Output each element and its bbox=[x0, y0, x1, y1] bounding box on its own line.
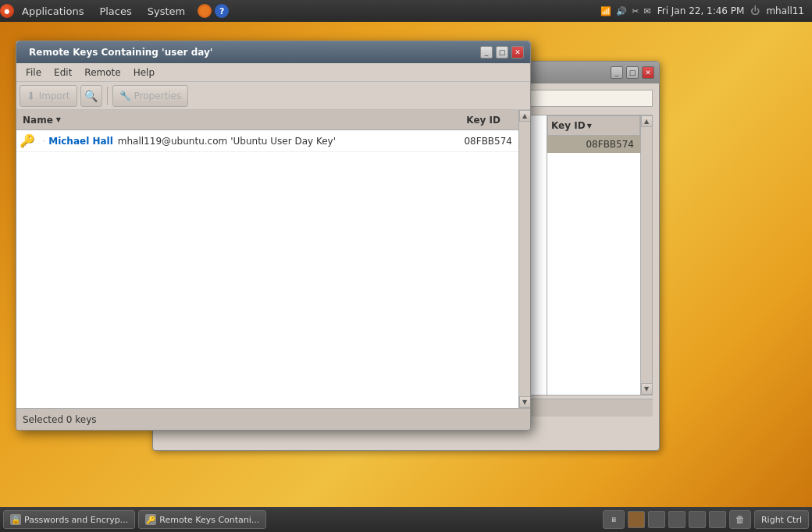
fg-table-container: Name ▼ Key ID 🔑 · Michael Hall mhall119@… bbox=[16, 110, 518, 408]
fg-win-close-button[interactable]: ✕ bbox=[511, 46, 524, 59]
fg-statusbar: Selected 0 keys bbox=[16, 408, 530, 430]
task-remotekeys-icon: 🔑 bbox=[145, 514, 156, 525]
bg-search-input[interactable] bbox=[512, 90, 653, 107]
col-name-chevron-icon: ▼ bbox=[56, 116, 61, 123]
systray-icons: 📶 🔊 ✂ ✉ bbox=[600, 6, 650, 16]
row-person-name: Michael Hall bbox=[48, 136, 113, 147]
task-passwords-label: Passwords and Encryp... bbox=[24, 515, 128, 525]
fg-menu-file[interactable]: File bbox=[20, 66, 48, 80]
table-row[interactable]: 🔑 · Michael Hall mhall119@ubuntu.com 'Ub… bbox=[16, 130, 518, 152]
applications-menu[interactable]: Applications bbox=[14, 0, 91, 22]
key-icon: 🔑 bbox=[20, 133, 35, 148]
row-comment: 'Ubuntu User Day Key' bbox=[230, 136, 336, 147]
toolbar-separator bbox=[107, 87, 108, 105]
workspace-next-button[interactable] bbox=[648, 511, 665, 528]
import-icon: ⬇ bbox=[27, 90, 36, 102]
taskbar-right-area: 📶 🔊 ✂ ✉ Fri Jan 22, 1:46 PM ⏻ mhall11 bbox=[600, 5, 812, 16]
fg-scroll-track[interactable] bbox=[519, 122, 530, 396]
bg-scroll-down-button[interactable]: ▼ bbox=[641, 383, 653, 395]
task-remotekeys-button[interactable]: 🔑 Remote Keys Contani... bbox=[138, 510, 266, 529]
taskbar-top: ● Applications Places System ? 📶 🔊 ✂ ✉ F… bbox=[0, 0, 812, 22]
workspace-btn3[interactable] bbox=[668, 511, 686, 528]
system-menu[interactable]: System bbox=[140, 0, 193, 22]
fg-scroll-up-button[interactable]: ▲ bbox=[519, 110, 531, 122]
taskbar-bottom-right: 🖥 🗑 Right Ctrl bbox=[603, 510, 809, 529]
apps-menu: ● Applications Places System ? bbox=[0, 0, 229, 22]
task-passwords-icon: 🔒 bbox=[10, 514, 21, 525]
bg-col-chevron-icon: ▼ bbox=[587, 122, 592, 129]
task-remotekeys-label: Remote Keys Contani... bbox=[159, 515, 259, 525]
bg-scroll-track[interactable] bbox=[641, 127, 652, 383]
trash-icon[interactable]: 🗑 bbox=[729, 510, 751, 529]
help-icon[interactable]: ? bbox=[215, 4, 229, 18]
fg-scroll-down-button[interactable]: ▼ bbox=[519, 396, 531, 408]
datetime-label: Fri Jan 22, 1:46 PM bbox=[657, 5, 745, 16]
fg-toolbar: ⬇ Import 🔍 🔧 Properties bbox=[16, 82, 530, 110]
fg-scrollbar[interactable]: ▲ ▼ bbox=[518, 110, 530, 408]
fg-window-titlebar: Remote Keys Containing 'user day' _ □ ✕ bbox=[16, 41, 530, 63]
dot-separator: · bbox=[43, 137, 45, 145]
fg-window: Remote Keys Containing 'user day' _ □ ✕ … bbox=[16, 41, 531, 431]
fg-status-text: Selected 0 keys bbox=[23, 414, 97, 425]
fg-col-name-header[interactable]: Name ▼ bbox=[16, 115, 429, 126]
volume-icon[interactable]: 🔊 bbox=[616, 6, 627, 16]
fg-col-keyid-header[interactable]: Key ID bbox=[429, 115, 507, 126]
bluetooth-icon[interactable]: ✂ bbox=[632, 6, 639, 16]
fg-table-area: Name ▼ Key ID 🔑 · Michael Hall mhall119@… bbox=[16, 110, 530, 408]
workspace-btn4[interactable] bbox=[689, 511, 706, 528]
bg-col-keyid-header[interactable]: Key ID ▼ bbox=[551, 120, 592, 131]
fg-menu-help[interactable]: Help bbox=[127, 66, 161, 80]
places-menu[interactable]: Places bbox=[91, 0, 139, 22]
fg-menu-edit[interactable]: Edit bbox=[48, 66, 78, 80]
firefox-icon[interactable] bbox=[198, 4, 212, 18]
fg-win-minimize-button[interactable]: _ bbox=[480, 46, 493, 59]
bg-scrollbar[interactable]: ▲ ▼ bbox=[640, 115, 652, 395]
scan-button[interactable]: 🔍 bbox=[80, 85, 102, 107]
taskbar-bottom: 🔒 Passwords and Encryp... 🔑 Remote Keys … bbox=[0, 507, 812, 532]
workspace-prev-button[interactable] bbox=[628, 511, 645, 528]
scan-icon: 🔍 bbox=[84, 90, 98, 102]
right-ctrl-label: Right Ctrl bbox=[761, 515, 802, 525]
row-keyid: 08FBB574 bbox=[437, 136, 515, 147]
ubuntu-logo-icon[interactable]: ● bbox=[0, 4, 14, 18]
username-label: mhall11 bbox=[766, 5, 804, 16]
bg-scroll-up-button[interactable]: ▲ bbox=[641, 115, 653, 127]
fg-window-title: Remote Keys Containing 'user day' bbox=[23, 41, 477, 63]
show-desktop-button[interactable]: 🖥 bbox=[603, 510, 625, 529]
bg-selected-row[interactable]: 08FBB574 bbox=[547, 136, 640, 153]
task-passwords-button[interactable]: 🔒 Passwords and Encryp... bbox=[3, 510, 135, 529]
fg-menubar: File Edit Remote Help bbox=[16, 63, 530, 82]
fg-table-header: Name ▼ Key ID bbox=[16, 110, 518, 130]
properties-button[interactable]: 🔧 Properties bbox=[112, 85, 189, 107]
workspace-btn5[interactable] bbox=[709, 511, 726, 528]
fg-menu-remote[interactable]: Remote bbox=[78, 66, 126, 80]
right-ctrl-button[interactable]: Right Ctrl bbox=[754, 510, 809, 529]
bg-win-close-button[interactable]: ✕ bbox=[642, 66, 654, 79]
fg-table-body: 🔑 · Michael Hall mhall119@ubuntu.com 'Ub… bbox=[16, 130, 518, 408]
fg-win-maximize-button[interactable]: □ bbox=[496, 46, 508, 59]
row-email: mhall119@ubuntu.com bbox=[118, 136, 227, 147]
import-button[interactable]: ⬇ Import bbox=[20, 85, 77, 107]
properties-icon: 🔧 bbox=[119, 90, 131, 101]
network-icon[interactable]: 📶 bbox=[600, 6, 611, 16]
bg-win-maximize-button[interactable]: □ bbox=[626, 66, 639, 79]
bg-win-minimize-button[interactable]: _ bbox=[611, 66, 623, 79]
mail-icon[interactable]: ✉ bbox=[644, 6, 651, 16]
